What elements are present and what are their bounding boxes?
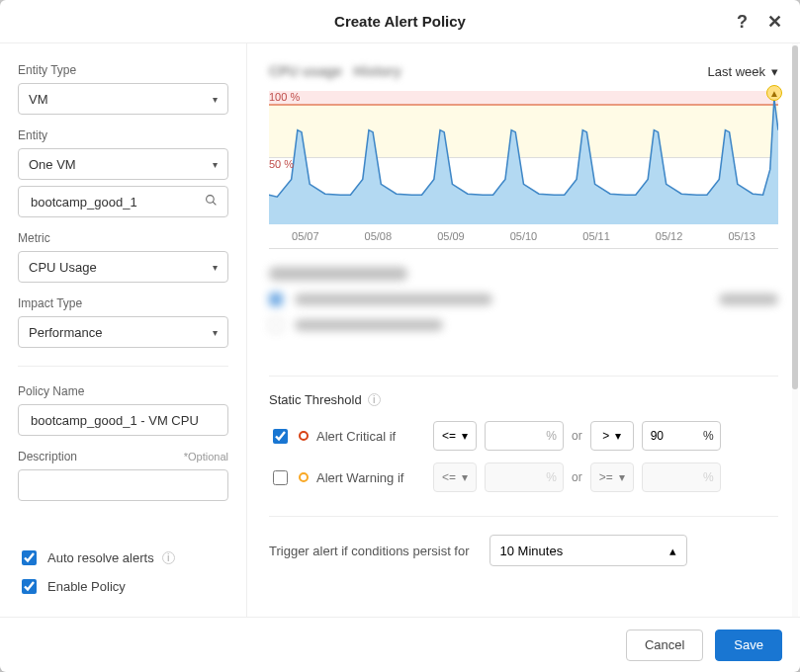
policy-name-input-wrap[interactable]: [18, 404, 228, 436]
critical-checkbox[interactable]: [273, 429, 288, 444]
checkbox-group: Auto resolve alerts i Enable Policy: [18, 540, 228, 597]
divider: [18, 366, 228, 367]
chart-plot: ▲: [269, 91, 778, 224]
critical-op2-select[interactable]: >▾: [590, 421, 634, 451]
metric-select[interactable]: CPU Usage ▾: [18, 251, 228, 283]
svg-point-0: [207, 196, 215, 204]
critical-val1-input[interactable]: %: [485, 421, 564, 451]
chevron-down-icon: ▾: [213, 159, 218, 170]
search-icon: [205, 194, 218, 210]
help-icon[interactable]: ?: [733, 8, 752, 37]
create-alert-policy-modal: Create Alert Policy ? ✕ Entity Type VM ▾…: [0, 0, 800, 672]
x-label: 05/10: [510, 230, 538, 242]
metric-value: CPU Usage: [29, 260, 97, 275]
impact-type-select[interactable]: Performance ▾: [18, 316, 228, 348]
x-label: 05/09: [437, 230, 465, 242]
warning-val2-input[interactable]: %: [642, 462, 721, 492]
main: CPU usage History Last week ▾: [247, 43, 800, 617]
auto-resolve-checkbox[interactable]: [22, 550, 37, 565]
persist-label: Trigger alert if conditions persist for: [269, 544, 470, 558]
chevron-up-icon: ▴: [669, 544, 676, 558]
x-label: 05/12: [656, 230, 683, 242]
x-label: 05/11: [582, 230, 610, 242]
entity-search-wrap[interactable]: [18, 186, 228, 217]
chart-y-axis: 100 % 50 %: [269, 91, 309, 224]
sidebar: Entity Type VM ▾ Entity One VM ▾: [0, 43, 247, 617]
main-inner: CPU usage History Last week ▾: [247, 43, 800, 617]
x-label: 05/07: [292, 230, 319, 242]
warning-badge-icon: ▲: [766, 85, 782, 101]
enable-policy-check[interactable]: Enable Policy: [18, 576, 228, 597]
chevron-down-icon: ▾: [213, 262, 218, 273]
or-text: or: [572, 470, 582, 484]
impact-type-value: Performance: [29, 325, 102, 340]
chart-x-axis: 05/07 05/08 05/09 05/10 05/11 05/12 05/1…: [269, 224, 778, 248]
warning-op2-select[interactable]: >=▾: [590, 462, 634, 492]
header-controls: ? ✕: [733, 0, 800, 43]
persist-value: 10 Minutes: [500, 544, 564, 558]
warning-label: Alert Warning if: [316, 470, 425, 485]
close-icon[interactable]: ✕: [763, 7, 786, 37]
timerange-value: Last week: [707, 64, 765, 79]
description-input-wrap[interactable]: [18, 469, 228, 501]
impact-type-group: Impact Type Performance ▾: [18, 296, 228, 348]
entity-search-input[interactable]: [29, 194, 205, 210]
description-input[interactable]: [29, 477, 218, 494]
modal-header: Create Alert Policy ? ✕: [0, 0, 800, 43]
chart-title-blurred: CPU usage History: [269, 63, 401, 79]
chart: ▲ 100 % 50 % 05/07 05/08 05/09 05/10 05/…: [269, 91, 778, 249]
warning-val1-input[interactable]: %: [485, 462, 564, 492]
entity-select[interactable]: One VM ▾: [18, 148, 228, 180]
x-label: 05/13: [728, 230, 756, 242]
behavioral-section-blurred: [269, 267, 778, 346]
y-label: 50 %: [269, 158, 309, 170]
timerange-select[interactable]: Last week ▾: [707, 64, 778, 79]
entity-type-group: Entity Type VM ▾: [18, 63, 228, 115]
critical-dot-icon: [299, 431, 309, 441]
critical-threshold-row: Alert Critical if <=▾ % or >▾ %: [269, 421, 778, 451]
entity-label: Entity: [18, 128, 228, 142]
warning-threshold-row: Alert Warning if <=▾ % or >=▾ %: [269, 462, 778, 492]
save-button[interactable]: Save: [715, 630, 782, 661]
svg-rect-3: [269, 105, 778, 158]
critical-val2-input[interactable]: %: [642, 421, 721, 451]
description-group: Description *Optional: [18, 450, 228, 501]
entity-type-select[interactable]: VM ▾: [18, 83, 228, 115]
scrollbar[interactable]: [792, 43, 798, 617]
modal-title: Create Alert Policy: [334, 13, 466, 30]
or-text: or: [572, 429, 582, 443]
static-threshold-section: Static Threshold i Alert Critical if <=▾…: [269, 376, 778, 572]
chevron-down-icon: ▾: [213, 94, 218, 105]
entity-value: One VM: [29, 157, 76, 172]
policy-name-label: Policy Name: [18, 384, 228, 398]
auto-resolve-check[interactable]: Auto resolve alerts i: [18, 547, 228, 568]
modal-footer: Cancel Save: [0, 617, 800, 672]
auto-resolve-label: Auto resolve alerts: [47, 550, 154, 565]
info-icon: i: [162, 551, 175, 564]
description-label: Description: [18, 450, 77, 463]
static-threshold-title: Static Threshold i: [269, 392, 778, 407]
entity-type-value: VM: [29, 92, 48, 107]
policy-name-input[interactable]: [29, 412, 218, 429]
persist-row: Trigger alert if conditions persist for …: [269, 516, 778, 572]
persist-duration-select[interactable]: 10 Minutes ▴: [489, 535, 687, 566]
critical-label: Alert Critical if: [316, 429, 425, 444]
enable-policy-checkbox[interactable]: [22, 579, 37, 594]
modal-body: Entity Type VM ▾ Entity One VM ▾: [0, 43, 800, 617]
entity-group: Entity One VM ▾: [18, 128, 228, 217]
warning-dot-icon: [299, 472, 309, 482]
warning-op1-select[interactable]: <=▾: [433, 462, 477, 492]
entity-type-label: Entity Type: [18, 63, 228, 77]
critical-op1-select[interactable]: <=▾: [433, 421, 477, 451]
impact-type-label: Impact Type: [18, 296, 228, 310]
metric-label: Metric: [18, 231, 228, 245]
x-label: 05/08: [365, 230, 393, 242]
svg-rect-2: [269, 91, 778, 105]
chart-header: CPU usage History Last week ▾: [269, 57, 778, 85]
metric-group: Metric CPU Usage ▾: [18, 231, 228, 283]
warning-checkbox[interactable]: [273, 470, 288, 485]
cancel-button[interactable]: Cancel: [626, 630, 703, 661]
description-optional: *Optional: [184, 451, 228, 462]
y-label: 100 %: [269, 91, 309, 103]
policy-name-group: Policy Name: [18, 384, 228, 436]
